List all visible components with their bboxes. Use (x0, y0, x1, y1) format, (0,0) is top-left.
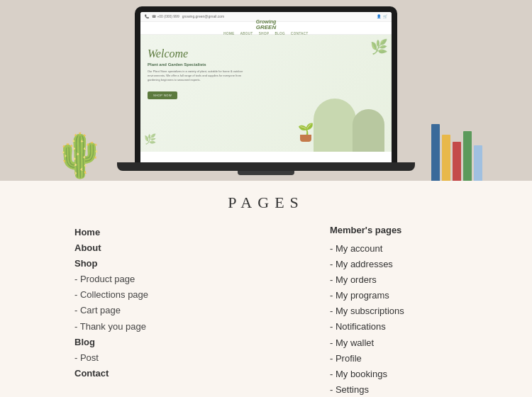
website-nav: Growing GREEN HOME ABOUT SHOP BLOG CONTA… (140, 22, 392, 35)
page-contact: Contact (74, 366, 202, 381)
pages-section: PAGES Home About Shop - Product page - C… (0, 181, 532, 397)
cart-icon: 🛒 (383, 14, 387, 18)
page-collections: - Collections page (74, 287, 202, 303)
hero-welcome: Welcome (148, 47, 246, 60)
laptop-mockup: 📞 ☎ +00 (000) 999 growing.green@gmail.co… (135, 6, 397, 162)
page-post: - Post (74, 350, 202, 366)
page-blog: Blog (74, 335, 202, 350)
members-pages-title: Member's pages (330, 225, 458, 235)
page-my-addresses: - My addresses (330, 257, 458, 272)
hero-right-content: 🌱 (253, 35, 392, 152)
hero-tagline: Plant and Garden Specialists (148, 62, 246, 67)
website-hero: 🌿 🌿 Welcome Plant and Garden Specialists… (140, 35, 392, 152)
laptop-stand (238, 171, 294, 175)
page-cart: - Cart page (74, 303, 202, 318)
laptop-base (117, 162, 415, 171)
page-my-orders: - My orders (330, 272, 458, 288)
page-home: Home (74, 225, 202, 240)
page-my-programs: - My programs (330, 288, 458, 303)
hero-text: Our Plant Store specializes in a variety… (148, 69, 246, 82)
laptop-screen: 📞 ☎ +00 (000) 999 growing.green@gmail.co… (140, 12, 392, 162)
page-my-account: - My account (330, 241, 458, 257)
page-notifications: - Notifications (330, 319, 458, 335)
page-shop: Shop (74, 256, 202, 272)
page-my-subscriptions: - My subscriptions (330, 303, 458, 319)
email-address: growing.green@gmail.com (182, 14, 225, 18)
cactus-decoration: 🌵 (53, 130, 106, 181)
books-decoration (431, 124, 482, 181)
arch-decoration-main: 🌱 (314, 99, 356, 152)
pages-columns: Home About Shop - Product page - Collect… (0, 225, 532, 397)
page-about: About (74, 240, 202, 256)
arch-decoration-small (353, 109, 384, 152)
laptop-section: 🌵 📞 ☎ +00 (000) 999 growing.green@gmail.… (0, 0, 532, 181)
phone-icon: 📞 (145, 14, 149, 18)
plant-pot: 🌱 (297, 123, 315, 148)
page-product: - Product page (74, 272, 202, 287)
pot-base (300, 135, 311, 142)
right-column: Member's pages - My account - My address… (330, 225, 458, 397)
page-settings: - Settings (330, 382, 458, 397)
left-column: Home About Shop - Product page - Collect… (74, 225, 202, 397)
hero-left-content: Welcome Plant and Garden Specialists Our… (140, 35, 253, 152)
phone-number: ☎ +00 (000) 999 (152, 14, 179, 18)
logo-line1: Growing (256, 19, 276, 24)
page-my-wallet: - My wallet (330, 335, 458, 351)
user-icon: 👤 (377, 14, 381, 18)
page-profile: - Profile (330, 351, 458, 367)
plant-leaves: 🌱 (298, 123, 314, 136)
page-my-bookings: - My bookings (330, 367, 458, 382)
pages-title: PAGES (0, 194, 532, 212)
page-thankyou: - Thank you page (74, 319, 202, 335)
shop-now-button[interactable]: SHOP NOW (148, 91, 177, 99)
logo-line2: GREEN (256, 24, 276, 30)
